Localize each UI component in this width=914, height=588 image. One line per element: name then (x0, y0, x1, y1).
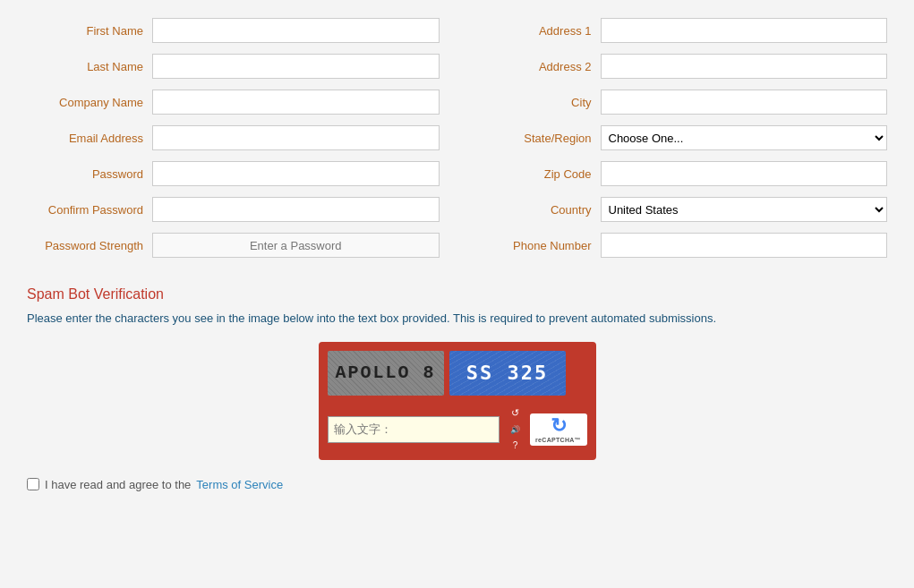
last-name-label: Last Name (27, 60, 152, 73)
city-input[interactable] (601, 89, 888, 115)
password-label: Password (27, 167, 152, 181)
company-name-input[interactable] (152, 89, 440, 115)
last-name-input[interactable] (152, 54, 440, 79)
zip-code-row: Zip Code (475, 161, 888, 186)
captcha-icon-group: ↺ 🔊 ? (507, 406, 525, 453)
address2-label: Address 2 (475, 60, 601, 73)
company-name-label: Company Name (27, 96, 152, 109)
captcha-image-apollo: APOLLO 8 (328, 351, 444, 396)
state-region-row: State/Region Choose One... Alabama Alask… (475, 125, 888, 150)
phone-number-input[interactable] (601, 233, 888, 258)
state-region-label: State/Region (475, 132, 601, 145)
captcha-bottom: ↺ 🔊 ? ↻ reCAPTCHA™ (320, 401, 594, 458)
zip-code-input[interactable] (601, 161, 888, 186)
confirm-password-label: Confirm Password (27, 203, 152, 217)
captcha-container: APOLLO 8 SS 325 ↺ 🔊 ? ↻ reCAPTCH (27, 342, 887, 460)
phone-number-label: Phone Number (475, 239, 601, 252)
first-name-label: First Name (27, 24, 152, 38)
first-name-row: First Name (27, 18, 440, 43)
confirm-password-row: Confirm Password (27, 197, 440, 222)
address2-row: Address 2 (475, 54, 888, 79)
captcha-audio-button[interactable]: 🔊 (507, 422, 525, 437)
confirm-password-input[interactable] (152, 197, 440, 222)
address1-input[interactable] (601, 18, 888, 43)
country-row: Country United States Canada United King… (475, 197, 888, 222)
first-name-input[interactable] (152, 18, 440, 43)
page-container: First Name Last Name Company Name Email … (0, 0, 914, 588)
address2-input[interactable] (601, 54, 888, 79)
country-label: Country (475, 203, 601, 217)
address1-label: Address 1 (475, 24, 601, 38)
password-row: Password (27, 161, 440, 186)
left-column: First Name Last Name Company Name Email … (27, 18, 440, 268)
company-name-row: Company Name (27, 89, 440, 115)
captcha-help-button[interactable]: ? (507, 439, 525, 453)
tos-text: I have read and agree to the (45, 478, 191, 491)
tos-row: I have read and agree to the Terms of Se… (27, 478, 887, 491)
captcha-image-ss325: SS 325 (449, 351, 566, 396)
recaptcha-logo: ↻ (551, 415, 567, 437)
tos-link[interactable]: Terms of Service (196, 478, 283, 491)
captcha-text-ss325: SS 325 (466, 362, 548, 384)
password-strength-row: Password Strength (27, 233, 440, 258)
password-input[interactable] (152, 161, 440, 186)
email-address-input[interactable] (152, 125, 440, 150)
phone-number-row: Phone Number (475, 233, 888, 258)
city-label: City (475, 96, 601, 109)
address1-row: Address 1 (475, 18, 888, 43)
registration-form: First Name Last Name Company Name Email … (27, 18, 887, 268)
email-address-label: Email Address (27, 132, 152, 145)
recaptcha-label: reCAPTCHA™ (535, 437, 581, 443)
password-strength-label: Password Strength (27, 239, 152, 252)
captcha-text-apollo: APOLLO 8 (335, 362, 435, 383)
tos-checkbox[interactable] (27, 478, 39, 490)
last-name-row: Last Name (27, 54, 440, 79)
email-address-row: Email Address (27, 125, 440, 150)
captcha-text-input[interactable] (328, 416, 500, 443)
captcha-refresh-button[interactable]: ↺ (507, 406, 525, 421)
captcha-box: APOLLO 8 SS 325 ↺ 🔊 ? ↻ reCAPTCH (319, 342, 596, 460)
recaptcha-badge: ↻ reCAPTCHA™ (530, 413, 587, 446)
country-select[interactable]: United States Canada United Kingdom Aust… (601, 197, 888, 222)
password-strength-display (152, 233, 440, 258)
state-region-select[interactable]: Choose One... Alabama Alaska Arizona Cal… (601, 125, 888, 150)
spam-bot-section: Spam Bot Verification Please enter the c… (27, 286, 887, 460)
zip-code-label: Zip Code (475, 167, 601, 181)
spam-bot-title: Spam Bot Verification (27, 286, 887, 303)
right-column: Address 1 Address 2 City State/Region Ch… (475, 18, 888, 268)
captcha-images: APOLLO 8 SS 325 (320, 344, 594, 401)
city-row: City (475, 89, 888, 115)
spam-bot-desc: Please enter the characters you see in t… (27, 310, 887, 328)
